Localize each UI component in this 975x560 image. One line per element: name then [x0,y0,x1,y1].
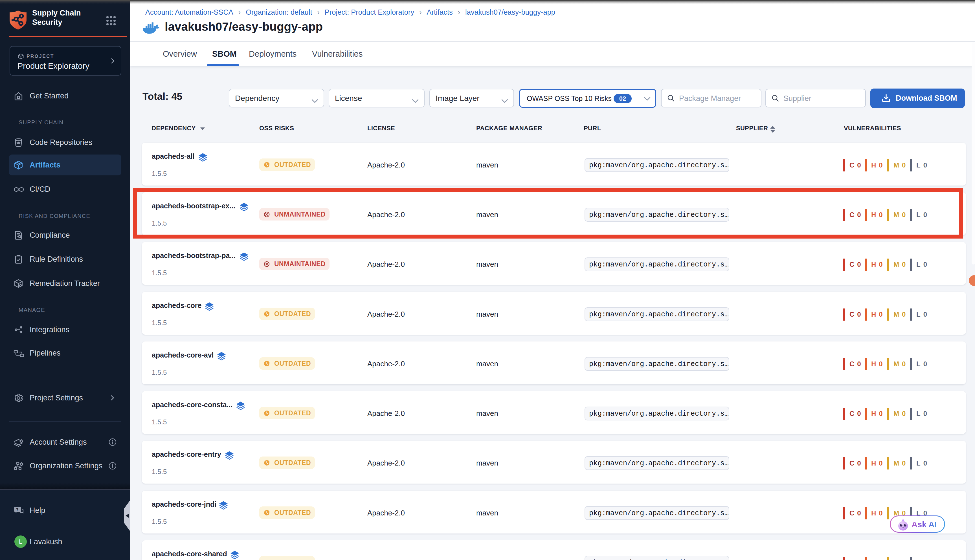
svg-text:?: ? [16,507,18,512]
